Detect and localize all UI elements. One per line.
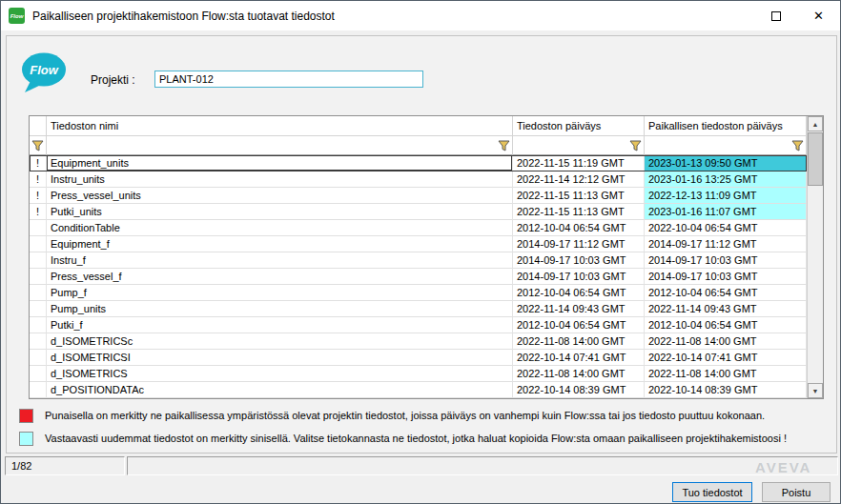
- table-content: Tiedoston nimi Tiedoston päiväys Paikall…: [30, 116, 807, 398]
- file-date-cell[interactable]: 2022-10-14 07:41 GMT: [513, 350, 645, 366]
- filter-funnel-icon[interactable]: [791, 140, 804, 151]
- row-flag[interactable]: [30, 252, 47, 269]
- scroll-thumb[interactable]: [808, 132, 823, 186]
- table-row[interactable]: ConditionTable2012-10-04 06:54 GMT2022-1…: [30, 220, 807, 236]
- status-count: 1/82: [5, 456, 125, 475]
- file-date-cell[interactable]: 2012-10-04 06:54 GMT: [513, 285, 645, 301]
- file-name-cell[interactable]: d_ISOMETRICS: [47, 366, 513, 382]
- file-name-cell[interactable]: d_ISOMETRICSI: [47, 350, 513, 366]
- file-name-cell[interactable]: Press_vessel_units: [47, 188, 513, 204]
- file-date-cell[interactable]: 2012-10-04 06:54 GMT: [513, 317, 645, 333]
- file-date-cell[interactable]: 2014-09-17 11:12 GMT: [513, 236, 645, 252]
- file-name-cell[interactable]: Equipment_f: [47, 236, 513, 252]
- column-header-flag[interactable]: [30, 116, 47, 136]
- file-name-cell[interactable]: Instru_units: [47, 171, 513, 188]
- table-row[interactable]: Press_vessel_f2014-09-17 10:03 GMT2014-0…: [30, 269, 807, 285]
- local-date-cell[interactable]: 2023-01-13 09:50 GMT: [645, 155, 807, 171]
- file-date-cell[interactable]: 2022-11-08 14:00 GMT: [513, 333, 645, 350]
- row-flag[interactable]: [30, 333, 47, 350]
- local-date-cell[interactable]: 2012-10-04 06:54 GMT: [645, 285, 807, 301]
- table-row[interactable]: !Equipment_units2022-11-15 11:19 GMT2023…: [30, 155, 807, 171]
- table-row[interactable]: Instru_f2014-09-17 10:03 GMT2014-09-17 1…: [30, 252, 807, 269]
- app-icon: Flow: [9, 8, 25, 24]
- local-date-cell[interactable]: 2014-09-17 10:03 GMT: [645, 269, 807, 285]
- local-date-cell[interactable]: 2014-09-17 10:03 GMT: [645, 252, 807, 269]
- table-row[interactable]: d_ISOMETRICS2022-11-08 14:00 GMT2022-11-…: [30, 366, 807, 382]
- scroll-up-button[interactable]: ▲: [808, 116, 823, 131]
- file-date-cell[interactable]: 2022-10-14 08:39 GMT: [513, 382, 645, 398]
- row-flag[interactable]: [30, 317, 47, 333]
- vertical-scrollbar[interactable]: ▲ ▼: [807, 116, 823, 398]
- local-date-cell[interactable]: 2022-12-13 11:09 GMT: [645, 188, 807, 204]
- row-flag[interactable]: [30, 269, 47, 285]
- local-date-cell[interactable]: 2012-10-04 06:54 GMT: [645, 317, 807, 333]
- project-input[interactable]: [154, 71, 423, 88]
- table-row[interactable]: !Putki_units2022-11-15 11:13 GMT2023-01-…: [30, 204, 807, 220]
- file-name-cell[interactable]: Putki_units: [47, 204, 513, 220]
- row-flag[interactable]: [30, 285, 47, 301]
- filter-funnel-icon[interactable]: [31, 140, 44, 151]
- maximize-button[interactable]: [754, 1, 797, 30]
- scroll-down-button[interactable]: ▼: [808, 383, 823, 398]
- row-flag[interactable]: !: [30, 204, 47, 220]
- row-flag[interactable]: !: [30, 188, 47, 204]
- file-date-cell[interactable]: 2022-11-15 11:13 GMT: [513, 188, 645, 204]
- table-row[interactable]: !Instru_units2022-11-14 12:12 GMT2023-01…: [30, 171, 807, 188]
- local-date-cell[interactable]: 2022-10-14 08:39 GMT: [645, 382, 807, 398]
- table-row[interactable]: Pump_f2012-10-04 06:54 GMT2012-10-04 06:…: [30, 285, 807, 301]
- local-date-cell[interactable]: 2022-11-08 14:00 GMT: [645, 333, 807, 350]
- file-name-cell[interactable]: ConditionTable: [47, 220, 513, 236]
- row-flag[interactable]: [30, 366, 47, 382]
- table-row[interactable]: Putki_f2012-10-04 06:54 GMT2012-10-04 06…: [30, 317, 807, 333]
- file-date-cell[interactable]: 2012-10-04 06:54 GMT: [513, 220, 645, 236]
- file-name-cell[interactable]: Equipment_units: [47, 155, 513, 171]
- filter-cell-local[interactable]: [645, 136, 807, 155]
- row-flag[interactable]: !: [30, 171, 47, 188]
- table-row[interactable]: Pump_units2022-11-14 09:43 GMT2022-11-14…: [30, 301, 807, 317]
- file-date-cell[interactable]: 2022-11-14 09:43 GMT: [513, 301, 645, 317]
- local-date-cell[interactable]: 2014-09-17 11:12 GMT: [645, 236, 807, 252]
- row-flag[interactable]: [30, 350, 47, 366]
- row-flag[interactable]: [30, 301, 47, 317]
- file-date-cell[interactable]: 2022-11-15 11:13 GMT: [513, 204, 645, 220]
- file-name-cell[interactable]: Pump_units: [47, 301, 513, 317]
- table-row[interactable]: d_ISOMETRICSc2022-11-08 14:00 GMT2022-11…: [30, 333, 807, 350]
- file-name-cell[interactable]: d_POSITIONDATAc: [47, 382, 513, 398]
- filter-funnel-icon[interactable]: [629, 140, 642, 151]
- table-row[interactable]: Equipment_f2014-09-17 11:12 GMT2014-09-1…: [30, 236, 807, 252]
- file-date-cell[interactable]: 2014-09-17 10:03 GMT: [513, 252, 645, 269]
- filter-cell-name[interactable]: [47, 136, 513, 155]
- local-date-cell[interactable]: 2023-01-16 13:25 GMT: [645, 171, 807, 188]
- local-date-cell[interactable]: 2022-10-14 07:41 GMT: [645, 350, 807, 366]
- column-header-local[interactable]: Paikallisen tiedoston päiväys: [645, 116, 807, 136]
- local-date-cell[interactable]: 2022-11-14 09:43 GMT: [645, 301, 807, 317]
- local-date-cell[interactable]: 2023-01-16 11:07 GMT: [645, 204, 807, 220]
- import-files-button[interactable]: Tuo tiedostot: [672, 482, 752, 502]
- row-flag[interactable]: [30, 382, 47, 398]
- file-name-cell[interactable]: d_ISOMETRICSc: [47, 333, 513, 350]
- file-name-cell[interactable]: Press_vessel_f: [47, 269, 513, 285]
- file-date-cell[interactable]: 2022-11-15 11:19 GMT: [513, 155, 645, 171]
- cyan-legend-text: Vastaavasti uudemmat tiedostot on merkit…: [45, 433, 787, 444]
- filter-cell-flag[interactable]: [30, 136, 47, 155]
- local-date-cell[interactable]: 2022-11-08 14:00 GMT: [645, 366, 807, 382]
- row-flag[interactable]: [30, 220, 47, 236]
- table-row[interactable]: d_ISOMETRICSI2022-10-14 07:41 GMT2022-10…: [30, 350, 807, 366]
- filter-funnel-icon[interactable]: [498, 140, 510, 151]
- column-header-date[interactable]: Tiedoston päiväys: [513, 116, 645, 136]
- close-button[interactable]: ✕: [797, 1, 840, 30]
- file-date-cell[interactable]: 2022-11-14 12:12 GMT: [513, 171, 645, 188]
- file-date-cell[interactable]: 2022-11-08 14:00 GMT: [513, 366, 645, 382]
- exit-button[interactable]: Poistu: [762, 482, 831, 502]
- file-name-cell[interactable]: Pump_f: [47, 285, 513, 301]
- column-header-name[interactable]: Tiedoston nimi: [47, 116, 513, 136]
- file-name-cell[interactable]: Putki_f: [47, 317, 513, 333]
- filter-cell-date[interactable]: [513, 136, 645, 155]
- table-row[interactable]: !Press_vessel_units2022-11-15 11:13 GMT2…: [30, 188, 807, 204]
- row-flag[interactable]: !: [30, 155, 47, 171]
- file-date-cell[interactable]: 2014-09-17 10:03 GMT: [513, 269, 645, 285]
- local-date-cell[interactable]: 2022-10-04 06:54 GMT: [645, 220, 807, 236]
- table-row[interactable]: d_POSITIONDATAc2022-10-14 08:39 GMT2022-…: [30, 382, 807, 398]
- file-name-cell[interactable]: Instru_f: [47, 252, 513, 269]
- row-flag[interactable]: [30, 236, 47, 252]
